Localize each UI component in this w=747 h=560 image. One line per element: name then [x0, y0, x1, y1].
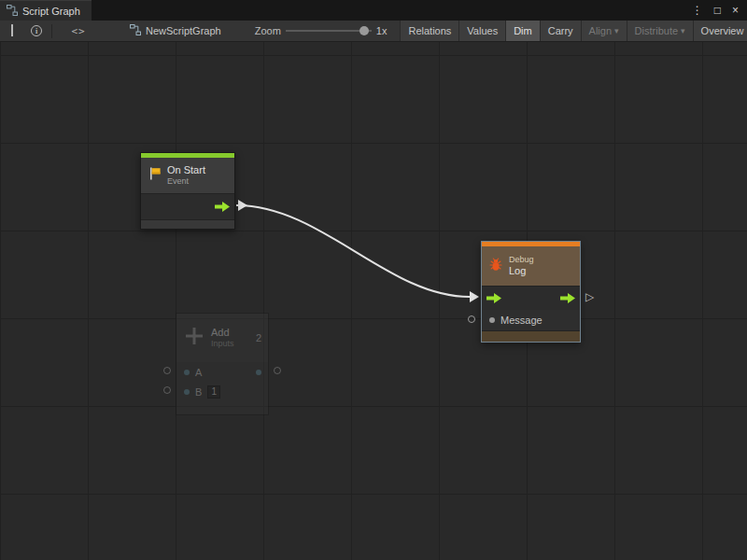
flow-output-port[interactable]	[560, 293, 575, 303]
input-port-a-dot[interactable]	[184, 370, 190, 375]
node-title: Add	[211, 327, 234, 340]
tab-script-graph[interactable]: Script Graph	[0, 0, 92, 21]
lock-button[interactable]	[0, 21, 24, 41]
code-icon: <>	[71, 25, 85, 37]
node-debug-log[interactable]: Debug Log Message	[481, 241, 581, 343]
zoom-slider[interactable]	[286, 21, 372, 41]
node-category: Debug	[509, 255, 534, 265]
node-header: Add Inputs 2	[176, 314, 268, 362]
wire-start-arrow	[238, 200, 247, 211]
graph-canvas[interactable]: On Start Event	[0, 42, 747, 560]
distribute-button[interactable]: Distribute ▾	[627, 21, 693, 41]
message-port-row: Message	[482, 310, 580, 330]
wire-end-arrow	[470, 291, 479, 302]
relations-label: Relations	[408, 25, 451, 36]
menu-icon[interactable]: ⋮	[692, 5, 703, 16]
node-title: On Start	[167, 164, 205, 177]
zoom-slider-handle[interactable]	[359, 26, 369, 35]
toolbar-button-group: Relations Values Dim Carry Align ▾ Distr…	[400, 21, 747, 41]
port-value-input[interactable]: 1	[207, 385, 220, 399]
window-controls: ⋮ □ ×	[692, 0, 747, 21]
align-button[interactable]: Align ▾	[581, 21, 627, 41]
info-icon: i	[31, 25, 42, 36]
zoom-value: 1x	[376, 25, 388, 36]
port-row-a: A	[176, 362, 268, 382]
dim-button[interactable]: Dim	[505, 21, 540, 41]
bug-icon	[488, 258, 503, 275]
unconnected-output-circle[interactable]	[274, 367, 281, 374]
flag-icon	[148, 166, 162, 185]
graph-asset-icon	[130, 24, 141, 37]
graph-name-label: NewScriptGraph	[146, 25, 221, 36]
node-header: On Start Event	[141, 158, 234, 193]
dim-label: Dim	[514, 25, 532, 36]
node-subtitle: Event	[167, 176, 205, 187]
window-titlebar: Script Graph ⋮ □ ×	[0, 0, 747, 21]
flow-output-port[interactable]	[215, 202, 230, 212]
relations-button[interactable]: Relations	[400, 21, 458, 41]
align-label: Align	[589, 25, 612, 36]
graph-name-button[interactable]: NewScriptGraph	[122, 24, 229, 37]
port-label: A	[195, 367, 202, 378]
wire-on-start-to-log	[236, 205, 470, 297]
flow-input-port[interactable]	[486, 293, 501, 303]
distribute-label: Distribute	[635, 25, 678, 36]
lock-icon	[11, 25, 13, 36]
close-icon[interactable]: ×	[732, 5, 739, 16]
wire-layer	[0, 42, 747, 560]
script-graph-icon	[7, 3, 18, 20]
node-footer	[141, 219, 234, 229]
flow-port-row	[482, 286, 580, 310]
node-add-ghost[interactable]: Add Inputs 2 A B 1	[176, 313, 269, 415]
node-subtitle: Inputs	[211, 339, 234, 349]
node-header: Debug Log	[482, 246, 580, 286]
overview-button[interactable]: Overview	[693, 21, 747, 41]
values-label: Values	[467, 25, 498, 36]
value-port-dot[interactable]	[489, 317, 495, 323]
inputs-count[interactable]: 2	[256, 332, 261, 343]
maximize-icon[interactable]: □	[714, 5, 721, 16]
chevron-down-icon: ▾	[614, 26, 619, 35]
info-button[interactable]: i	[24, 21, 49, 41]
tab-title: Script Graph	[22, 6, 80, 17]
node-footer	[482, 330, 580, 342]
overview-label: Overview	[701, 25, 744, 36]
unconnected-input-circle[interactable]	[468, 315, 475, 323]
output-port-dot[interactable]	[256, 370, 261, 375]
node-title: Log	[509, 265, 534, 278]
toolbar-separator	[51, 24, 52, 38]
unconnected-input-circle[interactable]	[163, 367, 171, 374]
port-row-b: B 1	[176, 382, 268, 401]
unconnected-output-triangle[interactable]: ▷	[585, 291, 594, 302]
flow-port-row	[141, 193, 234, 219]
carry-button[interactable]: Carry	[540, 21, 581, 41]
values-button[interactable]: Values	[458, 21, 505, 41]
graph-toolbar: i <> NewScriptGraph Zoom 1x Relations Va…	[0, 21, 747, 42]
plus-icon	[183, 325, 205, 351]
port-label: Message	[500, 315, 543, 326]
carry-label: Carry	[548, 25, 573, 36]
zoom-label: Zoom	[255, 25, 281, 36]
port-label: B	[195, 386, 202, 398]
code-button[interactable]: <>	[66, 21, 91, 41]
input-port-b-dot[interactable]	[184, 389, 190, 395]
unconnected-input-circle[interactable]	[163, 386, 171, 394]
chevron-down-icon: ▾	[681, 26, 685, 35]
node-on-start[interactable]: On Start Event	[140, 152, 235, 230]
